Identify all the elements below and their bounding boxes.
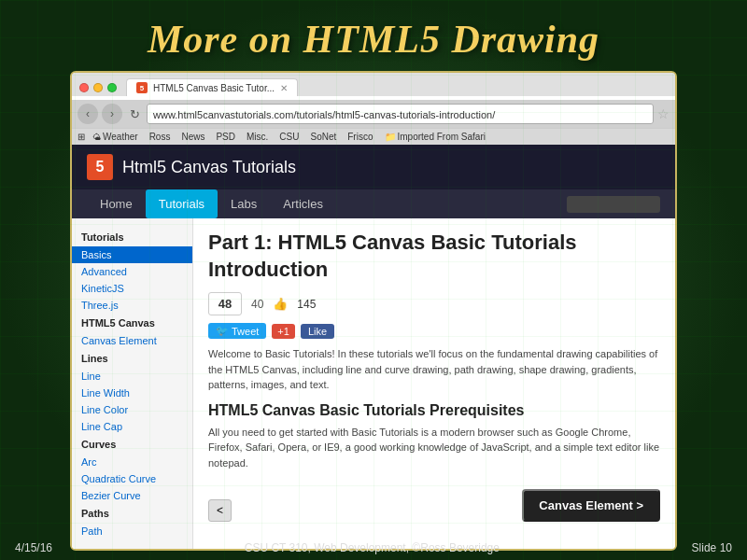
footer-slide: Slide 10 <box>692 541 732 554</box>
vote-row: 48 40 👍 145 <box>208 292 660 315</box>
tweet-button[interactable]: 🐦 Tweet <box>208 323 266 339</box>
bookmark-frisco[interactable]: Frisco <box>344 131 376 143</box>
sidebar-item-kineticjs[interactable]: KineticJS <box>72 280 192 297</box>
sidebar-section-title-tutorials: Tutorials <box>72 228 192 246</box>
slide-footer: 4/15/16 CSU CT 310, Web Development, ©Ro… <box>0 536 747 560</box>
bookmark-csu[interactable]: CSU <box>275 131 303 143</box>
sidebar-section-title-html5canvas: HTML5 Canvas <box>72 314 192 332</box>
bookmark-weather-icon: 🌤 <box>92 133 101 142</box>
prerequisites-text: All you need to get started with Basic T… <box>208 425 660 471</box>
article-title: Part 1: HTML5 Canvas Basic Tutorials Int… <box>208 230 660 283</box>
facebook-like-button[interactable]: Like <box>301 324 334 339</box>
sidebar-item-threejs[interactable]: Three.js <box>72 297 192 314</box>
star-icon[interactable]: ☆ <box>657 106 669 121</box>
slide-title: More on HTML5 Drawing <box>0 0 747 71</box>
minimize-button-icon[interactable] <box>93 83 103 92</box>
back-arrow-icon[interactable]: ‹ <box>78 104 98 124</box>
maximize-button-icon[interactable] <box>107 83 117 92</box>
bookmark-apps-icon: ⊞ <box>78 132 85 142</box>
thumbs-up-icon: 👍 <box>273 297 288 311</box>
sidebar-item-bezier-curve[interactable]: Bezier Curve <box>72 487 192 504</box>
canvas-element-button[interactable]: Canvas Element > <box>522 489 660 522</box>
bookmark-psd[interactable]: PSD <box>212 131 239 143</box>
bookmark-news[interactable]: News <box>177 131 208 143</box>
html5-badge: 5 <box>87 154 113 180</box>
sidebar-section-html5canvas: HTML5 Canvas Canvas Element <box>72 314 192 349</box>
site-content: Tutorials Basics Advanced KineticJS Thre… <box>72 218 675 549</box>
close-button-icon[interactable] <box>79 83 89 92</box>
bookmarks-bar: ⊞ 🌤 Weather Ross News PSD Misc. CSU SoNe… <box>72 128 675 145</box>
bookmark-sonet[interactable]: SoNet <box>306 131 340 143</box>
bookmark-misc[interactable]: Misc. <box>243 131 272 143</box>
bookmark-imported[interactable]: 📁 Imported From Safari <box>381 131 489 143</box>
browser-tab[interactable]: 5 HTML5 Canvas Basic Tutor... ✕ <box>126 78 298 96</box>
sidebar-section-lines: Lines Line Line Width Line Color Line Ca… <box>72 349 192 435</box>
sidebar-item-advanced[interactable]: Advanced <box>72 263 192 280</box>
site-search-input[interactable] <box>567 196 660 213</box>
sidebar-section-title-paths: Paths <box>72 504 192 523</box>
site-header: 5 Html5 Canvas Tutorials <box>72 145 675 189</box>
sidebar-section-paths: Paths Path <box>72 504 192 539</box>
prerequisites-heading: HTML5 Canvas Basic Tutorials Prerequisit… <box>208 402 660 419</box>
bookmark-ross[interactable]: Ross <box>146 131 175 143</box>
twitter-icon: 🐦 <box>216 325 229 337</box>
sidebar-section-tutorials: Tutorials Basics Advanced KineticJS Thre… <box>72 228 192 314</box>
refresh-icon[interactable]: ↻ <box>126 105 143 122</box>
vote-box[interactable]: 48 <box>208 292 242 315</box>
gplus-button[interactable]: +1 <box>272 324 295 339</box>
sidebar-section-curves: Curves Arc Quadratic Curve Bezier Curve <box>72 435 192 504</box>
bookmark-weather[interactable]: 🌤 Weather <box>89 131 142 143</box>
social-buttons: 🐦 Tweet +1 Like <box>208 323 660 339</box>
footer-date: 4/15/16 <box>15 541 52 554</box>
like-count: 145 <box>297 298 316 311</box>
footer-course: CSU CT 310, Web Development, ©Ross Bever… <box>245 541 500 554</box>
vote-score: 40 <box>251 298 263 311</box>
sidebar: Tutorials Basics Advanced KineticJS Thre… <box>72 218 193 549</box>
address-bar[interactable]: www.html5canvastutorials.com/tutorials/h… <box>147 104 654 124</box>
folder-icon: 📁 <box>385 132 396 142</box>
forward-arrow-icon[interactable]: › <box>102 104 122 124</box>
browser-nav-bar: ‹ › ↻ www.html5canvastutorials.com/tutor… <box>72 100 675 128</box>
back-button[interactable]: < <box>208 499 232 522</box>
browser-window: 5 HTML5 Canvas Basic Tutor... ✕ ‹ › ↻ ww… <box>70 71 677 551</box>
sidebar-item-quadratic-curve[interactable]: Quadratic Curve <box>72 470 192 487</box>
sidebar-item-basics[interactable]: Basics <box>72 246 192 263</box>
sidebar-section-title-curves: Curves <box>72 435 192 454</box>
sidebar-item-canvas-element[interactable]: Canvas Element <box>72 332 192 349</box>
tab-title: HTML5 Canvas Basic Tutor... <box>153 83 275 93</box>
site-title: Html5 Canvas Tutorials <box>122 158 296 177</box>
sidebar-item-arc[interactable]: Arc <box>72 454 192 470</box>
sidebar-item-line-color[interactable]: Line Color <box>72 401 192 418</box>
sidebar-item-line[interactable]: Line <box>72 368 192 385</box>
article-intro: Welcome to Basic Tutorials! In these tut… <box>208 346 660 393</box>
site-nav: Home Tutorials Labs Articles <box>72 189 675 218</box>
nav-item-home[interactable]: Home <box>87 189 146 218</box>
sidebar-item-line-width[interactable]: Line Width <box>72 385 192 401</box>
tab-favicon: 5 <box>136 82 148 93</box>
nav-item-tutorials[interactable]: Tutorials <box>146 189 218 218</box>
browser-chrome: 5 HTML5 Canvas Basic Tutor... ✕ <box>72 73 675 96</box>
nav-item-labs[interactable]: Labs <box>218 189 270 218</box>
article: Part 1: HTML5 Canvas Basic Tutorials Int… <box>193 218 675 549</box>
nav-item-articles[interactable]: Articles <box>270 189 336 218</box>
sidebar-item-line-cap[interactable]: Line Cap <box>72 418 192 435</box>
tab-close-icon[interactable]: ✕ <box>280 83 288 93</box>
sidebar-section-title-lines: Lines <box>72 349 192 368</box>
